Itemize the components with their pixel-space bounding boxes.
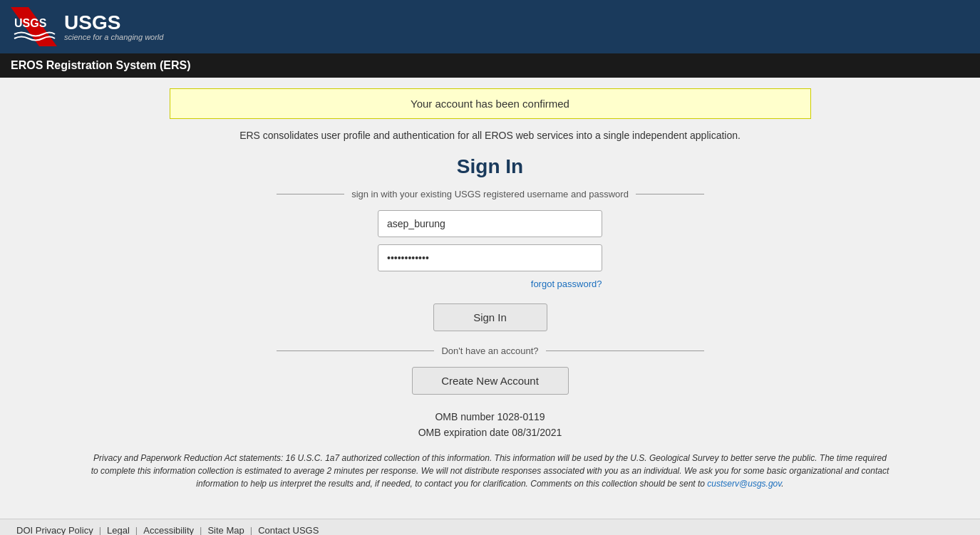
footer-doi-privacy-link[interactable]: DOI Privacy Policy xyxy=(11,525,99,535)
privacy-text-end: . xyxy=(781,479,783,489)
svg-text:USGS: USGS xyxy=(14,17,47,29)
no-account-text: Don't have an account? xyxy=(441,346,538,356)
footer-sitemap-link[interactable]: Site Map xyxy=(202,525,249,535)
usgs-logo-icon: USGS xyxy=(11,7,57,46)
page-title: EROS Registration System (ERS) xyxy=(11,59,191,71)
logo-container: USGS USGS science for a changing world xyxy=(11,7,163,46)
no-account-divider-left xyxy=(277,350,435,351)
footer-top: DOI Privacy Policy | Legal | Accessibili… xyxy=(0,519,980,535)
signin-divider: sign in with your existing USGS register… xyxy=(277,189,704,199)
logo-text: USGS science for a changing world xyxy=(64,13,163,41)
footer-contact-link[interactable]: Contact USGS xyxy=(252,525,324,535)
forgot-password-link[interactable]: forgot password? xyxy=(531,279,602,289)
signin-title: Sign In xyxy=(457,155,523,178)
confirmation-banner: Your account has been confirmed xyxy=(170,88,811,119)
logo-subtitle-label: science for a changing world xyxy=(64,33,163,41)
divider-line-right xyxy=(636,194,704,194)
header: USGS USGS science for a changing world xyxy=(0,0,980,53)
title-bar: EROS Registration System (ERS) xyxy=(0,53,980,78)
main-content: Your account has been confirmed ERS cons… xyxy=(0,78,980,519)
omb-info: OMB number 1028-0119 OMB expiration date… xyxy=(418,409,562,441)
omb-line1: OMB number 1028-0119 xyxy=(418,409,562,425)
signin-divider-text: sign in with your existing USGS register… xyxy=(351,189,629,199)
privacy-text: Privacy and Paperwork Reduction Act stat… xyxy=(63,452,918,490)
privacy-email-link[interactable]: custserv@usgs.gov xyxy=(707,479,781,489)
divider-line-left xyxy=(277,194,345,194)
footer-legal-link[interactable]: Legal xyxy=(101,525,135,535)
signin-container: Sign In sign in with your existing USGS … xyxy=(277,155,704,409)
no-account-divider: Don't have an account? xyxy=(277,346,704,356)
description-text: ERS consolidates user profile and authen… xyxy=(239,130,741,141)
footer-accessibility-link[interactable]: Accessibility xyxy=(138,525,200,535)
signin-button[interactable]: Sign In xyxy=(433,303,547,331)
confirmation-message: Your account has been confirmed xyxy=(411,98,569,110)
password-input[interactable] xyxy=(378,244,602,271)
omb-line2: OMB expiration date 08/31/2021 xyxy=(418,425,562,440)
no-account-divider-right xyxy=(546,350,704,351)
logo-usgs-label: USGS xyxy=(64,13,163,33)
create-account-button[interactable]: Create New Account xyxy=(412,367,569,395)
username-input[interactable] xyxy=(378,210,602,237)
